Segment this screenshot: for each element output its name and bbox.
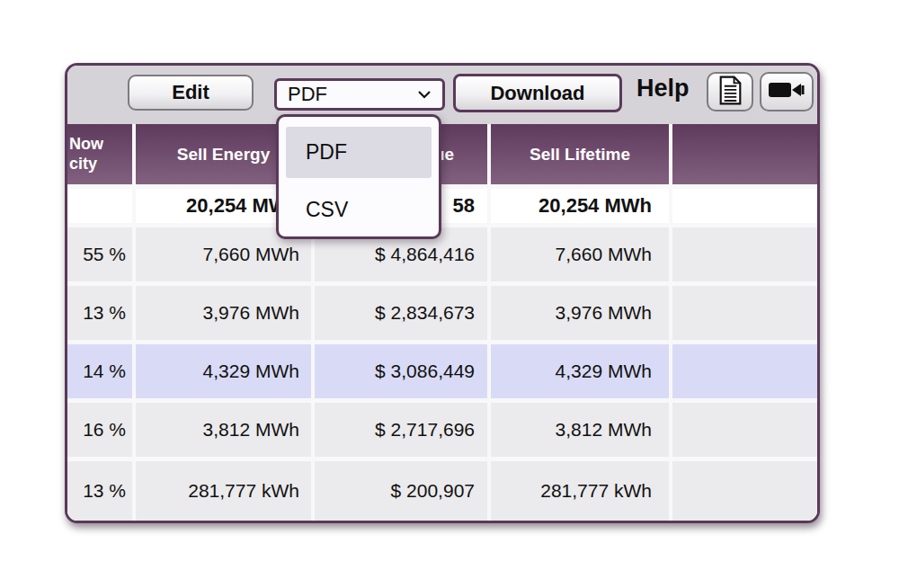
total-now-capacity	[67, 189, 132, 223]
header-fragment-line2: city	[69, 155, 97, 174]
cell-empty[interactable]	[672, 461, 817, 521]
header-fragment-line1: Now	[69, 135, 103, 155]
cell-sell-energy[interactable]: 3,976 MWh	[136, 286, 311, 340]
cell-empty[interactable]	[672, 286, 817, 340]
cell-sell-revenue[interactable]: $ 2,717,696	[315, 403, 487, 457]
menu-option-csv[interactable]: CSV	[286, 188, 432, 231]
data-table: Now city Sell Energy Sell Revenue Sell L…	[67, 124, 817, 521]
cell-sell-energy[interactable]: 3,812 MWh	[136, 403, 311, 457]
edit-button[interactable]: Edit	[128, 75, 254, 111]
cell-empty[interactable]	[672, 227, 817, 281]
column-header-sell-lifetime: Sell Lifetime	[491, 124, 669, 184]
column-header-now-capacity: Now city	[67, 124, 132, 184]
cell-sell-revenue[interactable]: $ 2,834,673	[315, 286, 487, 340]
cell-sell-lifetime[interactable]: 281,777 kWh	[491, 461, 669, 521]
cell-sell-energy[interactable]: 4,329 MWh	[136, 344, 311, 398]
document-icon	[718, 76, 743, 109]
download-button[interactable]: Download	[453, 74, 622, 112]
format-select-value: PDF	[288, 83, 327, 106]
cell-sell-lifetime[interactable]: 3,976 MWh	[491, 286, 669, 340]
cell-sell-energy[interactable]: 281,777 kWh	[136, 461, 311, 521]
cell-sell-lifetime[interactable]: 3,812 MWh	[491, 403, 669, 457]
cell-empty[interactable]	[672, 344, 817, 398]
cell-sell-revenue[interactable]: $ 3,086,449	[315, 344, 487, 398]
cell-now-capacity[interactable]: 16 %	[67, 403, 132, 457]
report-panel: Edit PDF Download Help	[65, 63, 820, 523]
video-camera-icon	[768, 79, 806, 104]
cell-now-capacity[interactable]: 13 %	[67, 286, 132, 340]
format-select-menu: PDF CSV	[276, 114, 441, 239]
menu-option-pdf[interactable]: PDF	[286, 127, 432, 178]
cell-sell-lifetime[interactable]: 4,329 MWh	[491, 344, 669, 398]
total-sell-lifetime: 20,254 MWh	[491, 189, 669, 223]
cell-now-capacity[interactable]: 14 %	[67, 344, 132, 398]
toolbar: Edit PDF Download Help	[67, 66, 817, 124]
help-video-button[interactable]	[760, 72, 814, 111]
chevron-down-icon	[417, 90, 432, 99]
cell-now-capacity[interactable]: 13 %	[67, 461, 132, 521]
cell-sell-lifetime[interactable]: 7,660 MWh	[491, 227, 669, 281]
help-document-button[interactable]	[707, 72, 753, 111]
format-select[interactable]: PDF	[274, 78, 445, 111]
total-empty	[672, 189, 817, 223]
cell-now-capacity[interactable]: 55 %	[67, 227, 132, 281]
column-header-empty	[672, 124, 817, 184]
cell-sell-revenue[interactable]: $ 200,907	[315, 461, 487, 521]
cell-empty[interactable]	[672, 403, 817, 457]
help-label: Help	[636, 75, 690, 102]
